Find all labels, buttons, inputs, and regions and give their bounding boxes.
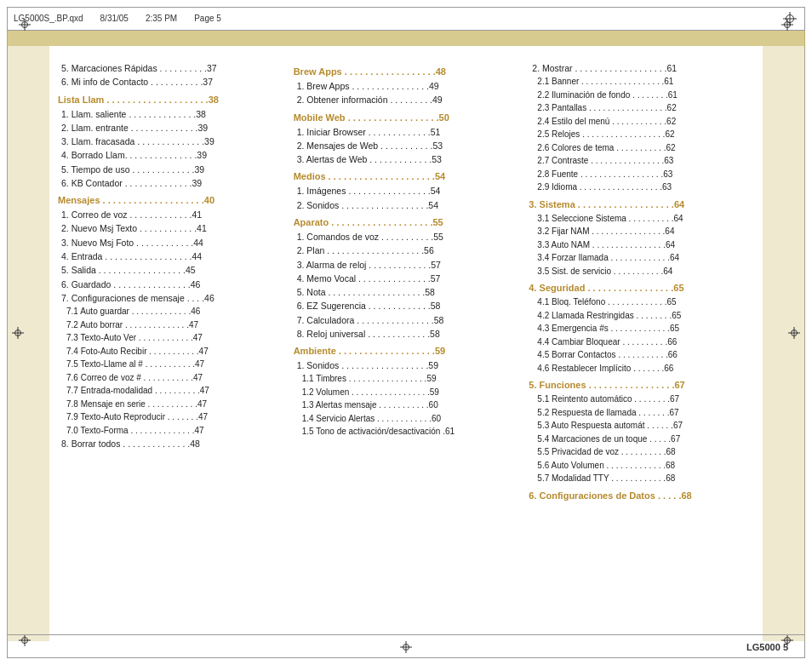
list-item: 7.6 Correo de voz # . . . . . . . . . . … [58,371,283,385]
list-item: 5.1 Reintento automático . . . . . . . .… [529,393,754,406]
list-item: 5.2 Respuesta de llamada . . . . . . .67 [529,406,754,420]
list-item: 1. Llam. saliente . . . . . . . . . . . … [58,107,283,121]
list-item: 1.1 Timbres . . . . . . . . . . . . . . … [294,372,519,386]
list-item: 4. Memo Vocal . . . . . . . . . . . . . … [294,272,519,285]
list-item: 4. Seguridad . . . . . . . . . . . . . .… [529,281,754,295]
column-2: Brew Apps . . . . . . . . . . . . . . . … [289,61,524,633]
list-item: 3. Sistema . . . . . . . . . . . . . . .… [529,198,754,212]
list-item: 5.6 Auto Volumen . . . . . . . . . . . .… [529,459,754,473]
list-item: 1.4 Servicio Alertas . . . . . . . . . .… [294,412,519,426]
list-item: Aparato . . . . . . . . . . . . . . . . … [294,215,519,230]
list-item: 5.5 Privacidad de voz . . . . . . . . . … [529,445,754,459]
list-item: 2.8 Fuente . . . . . . . . . . . . . . .… [529,168,754,181]
header-time: 2:35 PM [146,14,177,23]
list-item: 1. Brew Apps . . . . . . . . . . . . . .… [294,79,519,93]
list-item: 1. Sonidos . . . . . . . . . . . . . . .… [294,358,519,372]
list-item: Medios . . . . . . . . . . . . . . . . .… [294,169,519,184]
list-item: 3.2 Fijar NAM . . . . . . . . . . . . . … [529,225,754,238]
list-item: 2. Sonidos . . . . . . . . . . . . . . .… [294,198,519,212]
list-item: 5.7 Modalidad TTY . . . . . . . . . . . … [529,472,754,485]
list-item: 3. Alertas de Web . . . . . . . . . . . … [294,152,519,166]
list-item: 5. Nota . . . . . . . . . . . . . . . . … [294,285,519,299]
list-item: 7.7 Entrada-modalidad . . . . . . . . . … [58,384,283,398]
list-item: 1. Iniciar Browser . . . . . . . . . . .… [294,125,519,139]
list-item: 5.4 Marcaciones de un toque . . . . .67 [529,433,754,446]
list-item: 4. Entrada . . . . . . . . . . . . . . .… [58,249,283,263]
list-item: 2. Nuevo Msj Texto . . . . . . . . . . .… [58,221,283,235]
list-item: Lista Llam . . . . . . . . . . . . . . .… [58,93,283,107]
list-item: Brew Apps . . . . . . . . . . . . . . . … [294,65,519,79]
list-item: 5. Marcaciones Rápidas . . . . . . . . .… [58,61,283,75]
header-date: 8/31/05 [100,14,129,23]
list-item: 2.9 Idioma . . . . . . . . . . . . . . .… [529,181,754,194]
list-item: 7. Configuraciones de mensaje . . . .46 [58,291,283,305]
list-item: 2.5 Relojes . . . . . . . . . . . . . . … [529,128,754,141]
list-item: 2.3 Pantallas . . . . . . . . . . . . . … [529,101,754,115]
list-item: 3.5 Sist. de servicio . . . . . . . . . … [529,265,754,278]
list-item: 7.9 Texto-Auto Reproducir . . . . . . .4… [58,410,283,424]
list-item: 7.5 Texto-Llame al # . . . . . . . . . .… [58,358,283,371]
list-item: 3. Nuevo Msj Foto . . . . . . . . . . . … [58,236,283,249]
list-item: 5. Funciones . . . . . . . . . . . . . .… [529,378,754,393]
list-item: 2. Mensajes de Web . . . . . . . . . . .… [294,139,519,152]
list-item: 3. Alarma de reloj . . . . . . . . . . .… [294,258,519,272]
list-item: 4.3 Emergencia #s . . . . . . . . . . . … [529,322,754,335]
list-item: 7.4 Foto-Auto Recibir . . . . . . . . . … [58,345,283,358]
list-item: 2. Plan . . . . . . . . . . . . . . . . … [294,244,519,257]
list-item: 2. Obtener información . . . . . . . . .… [294,93,519,106]
list-item: 8. Reloj universal . . . . . . . . . . .… [294,327,519,341]
list-item: 3.1 Seleccione Sistema . . . . . . . . .… [529,212,754,226]
list-item: 5. Salida . . . . . . . . . . . . . . . … [58,263,283,277]
list-item: 2. Llam. entrante . . . . . . . . . . . … [58,121,283,135]
reg-mark-tr [781,19,793,31]
list-item: 1.2 Volumen . . . . . . . . . . . . . . … [294,386,519,399]
list-item: 5. Tiempo de uso . . . . . . . . . . . .… [58,163,283,176]
list-item: 1. Imágenes . . . . . . . . . . . . . . … [294,184,519,198]
list-item: 2.2 Iluminación de fondo . . . . . . . .… [529,89,754,102]
accent-bar-right [763,46,805,641]
list-item: 4.5 Borrar Contactos . . . . . . . . . .… [529,348,754,362]
column-3: 2. Mostrar . . . . . . . . . . . . . . .… [523,61,754,633]
list-item: 4.2 Llamada Restringidas . . . . . . . .… [529,309,754,323]
list-item: 4. Borrado Llam. . . . . . . . . . . . .… [58,148,283,162]
list-item: 2.1 Banner . . . . . . . . . . . . . . .… [529,75,754,89]
list-item: Mensajes . . . . . . . . . . . . . . . .… [58,193,283,208]
header-bar: LG5000S_.BP.qxd 8/31/05 2:35 PM Page 5 [7,7,805,31]
list-item: 2.4 Estilo del menú . . . . . . . . . . … [529,115,754,129]
list-item: 6. Configuraciones de Datos . . . . .68 [529,489,754,503]
list-item: 6. KB Contador . . . . . . . . . . . . .… [58,176,283,190]
header-text: LG5000S_.BP.qxd 8/31/05 2:35 PM Page 5 [7,10,783,26]
footer: LG5000 5 [7,634,805,658]
list-item: 6. EZ Sugerencia . . . . . . . . . . . .… [294,299,519,312]
list-item: 6. Mi info de Contacto . . . . . . . . .… [58,75,283,89]
reg-mark-tl [19,19,31,31]
list-item: 7.1 Auto guardar . . . . . . . . . . . .… [58,305,283,318]
list-item: 1. Correo de voz . . . . . . . . . . . .… [58,208,283,221]
accent-bar-top [7,31,805,46]
list-item: 1.5 Tono de activación/desactivación .61 [294,425,519,439]
list-item: 6. Guardado . . . . . . . . . . . . . . … [58,278,283,291]
list-item: 7. Calculadora . . . . . . . . . . . . .… [294,313,519,327]
footer-text: LG5000 5 [746,642,788,652]
list-item: 7.8 Mensaje en serie . . . . . . . . . .… [58,398,283,411]
reg-mark-rc [788,327,800,339]
header-page: Page 5 [194,14,221,23]
list-item: 4.4 Cambiar Bloquear . . . . . . . . . .… [529,335,754,349]
list-item: 4.6 Restablecer Implícito . . . . . . .6… [529,362,754,375]
list-item: 4.1 Bloq. Teléfono . . . . . . . . . . .… [529,295,754,309]
list-item: 3. Llam. fracasada . . . . . . . . . . .… [58,135,283,148]
list-item: 5.3 Auto Respuesta automát . . . . . .67 [529,419,754,433]
list-item: Ambiente . . . . . . . . . . . . . . . .… [294,344,519,358]
list-item: 3.4 Forzar llamada . . . . . . . . . . .… [529,251,754,265]
list-item: Mobile Web . . . . . . . . . . . . . . .… [294,111,519,125]
accent-bar-left [7,46,49,641]
list-item: 2. Mostrar . . . . . . . . . . . . . . .… [529,61,754,75]
column-1: 5. Marcaciones Rápidas . . . . . . . . .… [58,61,289,633]
list-item: 7.0 Texto-Forma . . . . . . . . . . . . … [58,424,283,438]
list-item: 7.2 Auto borrar . . . . . . . . . . . . … [58,318,283,332]
list-item: 1. Comandos de voz . . . . . . . . . . .… [294,230,519,244]
list-item: 3.3 Auto NAM . . . . . . . . . . . . . .… [529,238,754,252]
list-item: 2.7 Contraste . . . . . . . . . . . . . … [529,154,754,168]
list-item: 2.6 Colores de tema . . . . . . . . . . … [529,141,754,155]
list-item: 7.3 Texto-Auto Ver . . . . . . . . . . .… [58,331,283,345]
